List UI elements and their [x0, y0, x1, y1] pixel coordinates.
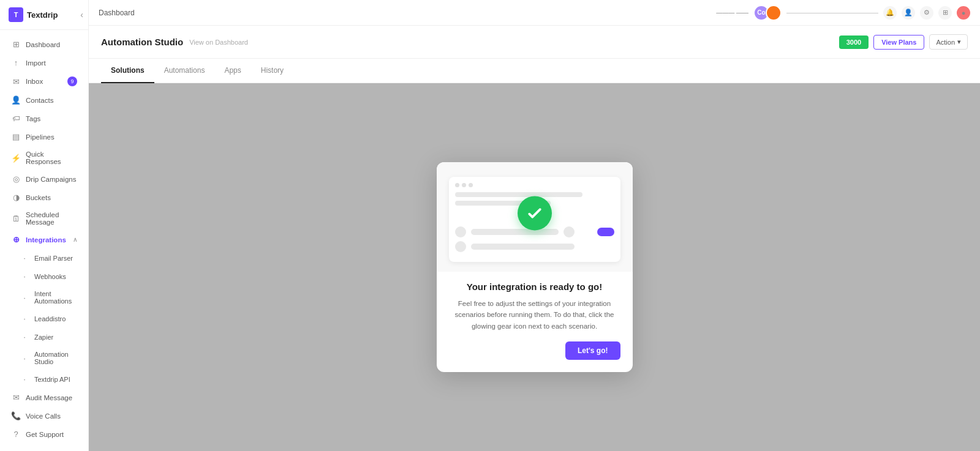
avatar-group: Co — [753, 5, 782, 21]
grid-button[interactable]: ⊞ — [938, 6, 952, 20]
sidebar-item-label: Contacts — [26, 97, 53, 104]
power-button[interactable]: ● — [957, 6, 970, 20]
sidebar-item-email-parser[interactable]: · Email Parser — [2, 249, 86, 267]
contacts-icon: 👤 — [11, 95, 21, 105]
sidebar-item-label: Scheduled Message — [26, 211, 77, 226]
preview-toggle-1 — [597, 228, 614, 236]
sidebar-item-inbox[interactable]: ✉ Inbox 9 — [2, 72, 86, 91]
sidebar-item-label: Inbox — [26, 78, 43, 85]
sidebar-item-label: Pipelines — [26, 133, 55, 141]
sidebar-item-label: Dashboard — [26, 41, 60, 48]
sidebar-item-tags[interactable]: 🏷 Tags — [2, 110, 86, 127]
inbox-badge: 9 — [67, 76, 77, 86]
bullet-icon: · — [20, 253, 29, 263]
sidebar-item-zapier[interactable]: · Zapier — [2, 328, 86, 346]
bullet-icon: · — [20, 272, 29, 281]
tab-history[interactable]: History — [251, 59, 293, 83]
sidebar-item-intent-automations[interactable]: · Intent Automations — [2, 286, 86, 309]
tab-apps[interactable]: Apps — [214, 59, 251, 83]
sidebar-item-label: Tags — [26, 115, 40, 122]
sidebar: T Textdrip ‹ ⊞ Dashboard ↑ Import ✉ Inbo… — [0, 0, 89, 451]
sidebar-item-voice-calls[interactable]: 📞 Voice Calls — [2, 407, 86, 425]
avatar-orange — [766, 5, 782, 21]
sidebar-item-integrations[interactable]: ⊕ Integrations ∧ — [2, 231, 86, 248]
sidebar-item-label: Quick Responses — [26, 151, 77, 165]
sidebar-item-leaddistro[interactable]: · Leaddistro — [2, 310, 86, 327]
tab-automations[interactable]: Automations — [154, 59, 215, 83]
sidebar-item-label: Webhooks — [34, 273, 66, 280]
modal-description: Feel free to adjust the settings of your… — [449, 298, 620, 332]
preview-row-2 — [455, 241, 614, 252]
integrations-icon: ⊕ — [11, 235, 21, 244]
count-button[interactable]: 3000 — [839, 35, 869, 49]
sidebar-item-label: Automation Studio — [34, 351, 77, 365]
topbar-right: ——— —— Co ——————————————— 🔔 👤 ⚙ ⊞ ● — [716, 5, 970, 21]
user-name-text: ——————————————— — [786, 9, 878, 16]
modal-dialog: Your integration is ready to go! Feel fr… — [437, 162, 633, 372]
sidebar-item-label: Integrations — [26, 236, 66, 244]
preview-bar-1 — [471, 229, 559, 235]
page-header: Automation Studio View on Dashboard 3000… — [89, 26, 980, 59]
sidebar-item-label: Drip Campaigns — [26, 176, 76, 183]
version-label: Version : C 5.0.1 — [0, 449, 88, 451]
main-content: Dashboard ——— —— Co ——————————————— 🔔 👤 … — [89, 0, 980, 451]
sidebar-item-webhooks[interactable]: · Webhooks — [2, 267, 86, 285]
dashboard-icon: ⊞ — [11, 40, 21, 49]
sidebar-item-audit-message[interactable]: ✉ Audit Message — [2, 389, 86, 406]
sidebar-item-label: Zapier — [34, 334, 53, 341]
overlay-area: Your integration is ready to go! Feel fr… — [89, 83, 980, 451]
sidebar-item-textdrip-api[interactable]: · Textdrip API — [2, 370, 86, 388]
dot3 — [469, 183, 473, 187]
sidebar-item-get-support[interactable]: ? Get Support — [2, 425, 86, 443]
drip-icon: ◎ — [11, 174, 21, 184]
preview-bar-2 — [471, 244, 575, 250]
user-button[interactable]: 👤 — [902, 6, 915, 20]
sidebar-item-buckets[interactable]: ◑ Buckets — [2, 188, 86, 206]
sidebar-item-label: Import — [26, 59, 46, 67]
bell-button[interactable]: 🔔 — [883, 6, 897, 20]
success-icon-overlay — [518, 196, 552, 231]
sidebar-item-label: Textdrip API — [34, 376, 70, 383]
bullet-icon: · — [20, 314, 29, 323]
breadcrumb: Dashboard — [99, 9, 135, 17]
brand-icon: T — [9, 7, 23, 22]
modal-illustration — [437, 162, 633, 272]
sidebar-item-import[interactable]: ↑ Import — [2, 54, 86, 72]
preview-line-1 — [455, 192, 582, 197]
page-subtitle: View on Dashboard — [189, 39, 248, 46]
view-plans-button[interactable]: View Plans — [873, 35, 924, 50]
sidebar-item-pipelines[interactable]: ▤ Pipelines — [2, 128, 86, 146]
bullet-icon: · — [20, 375, 29, 384]
action-button[interactable]: Action ▾ — [929, 34, 968, 50]
preview-icon-1 — [564, 226, 575, 237]
support-icon: ? — [11, 430, 21, 439]
expand-icon: ∧ — [73, 236, 77, 243]
sidebar-item-drip-campaigns[interactable]: ◎ Drip Campaigns — [2, 170, 86, 188]
brand-name: Textdrip — [27, 10, 58, 20]
buckets-icon: ◑ — [11, 193, 21, 202]
sidebar-item-label: Email Parser — [34, 255, 73, 262]
page-title: Automation Studio — [101, 37, 183, 47]
settings-button[interactable]: ⚙ — [920, 6, 933, 20]
sidebar-item-label: Buckets — [26, 194, 51, 201]
voice-icon: 📞 — [11, 411, 21, 420]
sidebar-item-contacts[interactable]: 👤 Contacts — [2, 91, 86, 109]
topbar: Dashboard ——— —— Co ——————————————— 🔔 👤 … — [89, 0, 980, 26]
tab-solutions[interactable]: Solutions — [101, 59, 154, 83]
lets-go-button[interactable]: Let's go! — [565, 341, 620, 360]
quick-responses-icon: ⚡ — [11, 154, 21, 163]
pipelines-icon: ▤ — [11, 132, 21, 141]
sidebar-item-quick-responses[interactable]: ⚡ Quick Responses — [2, 146, 86, 170]
sidebar-item-dashboard[interactable]: ⊞ Dashboard — [2, 35, 86, 53]
topbar-user-info: ——— —— — [716, 9, 748, 16]
sidebar-item-automation-studio[interactable]: · Automation Studio — [2, 346, 86, 370]
sidebar-collapse-button[interactable]: ‹ — [80, 10, 83, 20]
dot2 — [462, 183, 466, 187]
sidebar-item-scheduled-message[interactable]: 🗓 Scheduled Message — [2, 207, 86, 230]
inbox-icon: ✉ — [11, 77, 21, 86]
import-icon: ↑ — [11, 58, 21, 67]
modal-body: Your integration is ready to go! Feel fr… — [437, 272, 633, 372]
preview-circle-1 — [455, 226, 466, 237]
audit-icon: ✉ — [11, 393, 21, 402]
sidebar-item-label: Voice Calls — [26, 412, 61, 420]
